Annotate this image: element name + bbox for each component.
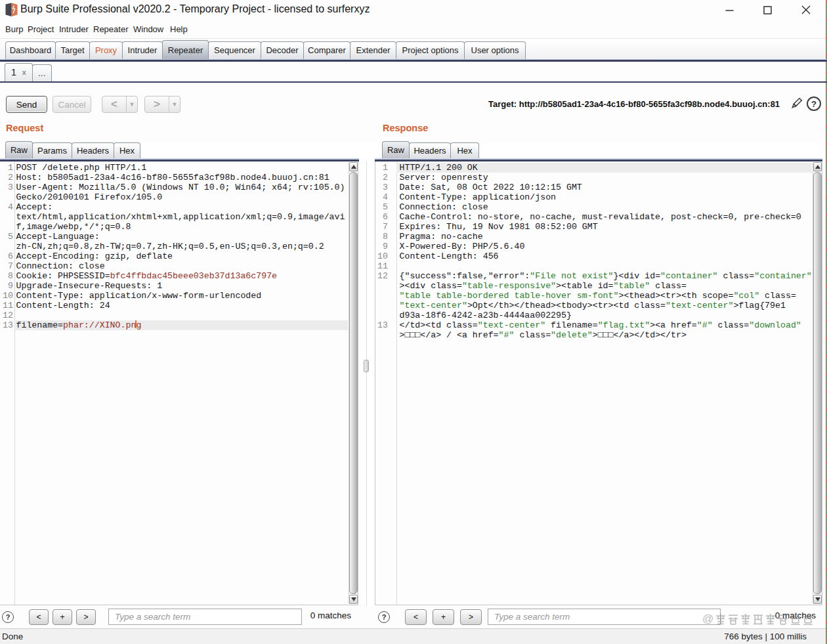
editor-line[interactable]: 4Accept: <box>0 202 348 212</box>
editor-line[interactable]: "text-center">Opt</th></thead><tbody><tr… <box>375 301 812 311</box>
tab-repeater[interactable]: Repeater <box>162 40 209 60</box>
menu-project[interactable]: Project <box>28 24 54 34</box>
response-search-prev-button[interactable]: < <box>405 609 427 625</box>
response-editor[interactable]: 1HTTP/1.1 200 OK2Server: openresty3Date:… <box>375 161 822 605</box>
editor-line[interactable]: 13filename=phar://XINO.png <box>0 320 348 330</box>
editor-line[interactable]: text/html,application/xhtml+xml,applicat… <box>0 212 348 222</box>
request-search-help-icon[interactable]: ? <box>2 611 14 623</box>
response-scroll-up-icon[interactable] <box>813 162 822 171</box>
editor-line[interactable]: 9Upgrade-Insecure-Requests: 1 <box>0 281 348 291</box>
close-tab-icon[interactable]: x <box>22 68 26 76</box>
previous-request-button[interactable]: < ▼ <box>102 96 138 113</box>
response-scrollbar[interactable] <box>813 162 822 604</box>
editor-line[interactable]: 13</td><td class="text-center" filename=… <box>375 320 812 330</box>
target-help-icon[interactable]: ? <box>807 97 821 111</box>
editor-line[interactable]: zh-CN,zh;q=0.8,zh-TW;q=0.7,zh-HK;q=0.5,e… <box>0 242 348 251</box>
editor-line[interactable]: 6Accept-Encoding: gzip, deflate <box>0 251 348 261</box>
editor-line[interactable]: 8Cookie: PHPSESSID=bfc4ffbdac45beee03eb3… <box>0 271 348 281</box>
editor-line[interactable]: 10Content-Length: 456 <box>375 251 812 261</box>
request-search-next-button[interactable]: > <box>76 609 96 625</box>
repeater-tab-1[interactable]: 1x <box>5 63 33 81</box>
request-tab-raw[interactable]: Raw <box>5 141 33 158</box>
editor-line[interactable]: 11Content-Length: 24 <box>0 301 348 311</box>
menu-intruder[interactable]: Intruder <box>59 24 89 34</box>
editor-line[interactable]: 11 <box>375 261 812 271</box>
minimize-button[interactable] <box>718 1 740 18</box>
menu-repeater[interactable]: Repeater <box>93 24 128 34</box>
response-tab-raw[interactable]: Raw <box>382 141 410 158</box>
tab-dashboard[interactable]: Dashboard <box>5 41 56 60</box>
line-text: filename=phar://XINO.png <box>16 320 142 330</box>
cancel-button[interactable]: Cancel <box>53 96 91 113</box>
back-arrow-icon[interactable]: < <box>102 97 126 112</box>
editor-line[interactable]: 7Connection: close <box>0 261 348 271</box>
editor-line[interactable]: 4Content-Type: application/json <box>375 192 812 202</box>
request-scrollbar[interactable] <box>349 162 358 604</box>
editor-line[interactable]: 2Server: openresty <box>375 173 812 182</box>
repeater-new-tab[interactable]: ... <box>32 64 52 81</box>
tab-intruder[interactable]: Intruder <box>122 41 163 60</box>
panel-splitter-grip[interactable] <box>364 360 369 372</box>
editor-line[interactable]: Gecko/20100101 Firefox/105.0 <box>0 192 348 202</box>
tab-project-options[interactable]: Project options <box>396 41 465 60</box>
editor-line[interactable]: d93a-18f6-4242-a23b-4444aa002295} <box>375 311 812 320</box>
response-search-add-button[interactable]: + <box>433 609 454 625</box>
editor-line[interactable]: 9X-Powered-By: PHP/5.6.40 <box>375 242 812 251</box>
editor-line[interactable]: >□□□</a> / <a href="#" class="delete">□□… <box>375 330 812 340</box>
request-tab-hex[interactable]: Hex <box>114 142 140 158</box>
maximize-button[interactable] <box>756 1 778 18</box>
response-tab-hex[interactable]: Hex <box>450 142 479 158</box>
response-search-input[interactable] <box>488 609 721 625</box>
tab-target[interactable]: Target <box>55 41 90 60</box>
status-bar: Done 766 bytes | 100 millis <box>0 628 827 644</box>
response-search-next-button[interactable]: > <box>460 609 482 625</box>
tab-decoder[interactable]: Decoder <box>261 41 304 60</box>
request-tab-headers[interactable]: Headers <box>72 142 114 158</box>
panel-splitter[interactable] <box>366 161 368 627</box>
editor-line[interactable]: 10Content-Type: application/x-www-form-u… <box>0 291 348 301</box>
tab-user-options[interactable]: User options <box>464 41 526 60</box>
request-search-input[interactable] <box>108 609 302 625</box>
request-scrollbar-thumb[interactable] <box>349 172 358 594</box>
editor-line[interactable]: 8Pragma: no-cache <box>375 232 812 242</box>
response-search-help-icon[interactable]: ? <box>378 611 390 623</box>
editor-line[interactable]: 6Cache-Control: no-store, no-cache, must… <box>375 212 812 222</box>
request-search-add-button[interactable]: + <box>53 609 72 625</box>
editor-line[interactable]: 12 <box>0 311 348 320</box>
back-dropdown-icon[interactable]: ▼ <box>126 97 137 112</box>
editor-line[interactable]: 1HTTP/1.1 200 OK <box>375 163 812 173</box>
menu-window[interactable]: Window <box>133 24 163 34</box>
send-button[interactable]: Send <box>6 96 47 113</box>
editor-line[interactable]: "table table-bordered table-hover sm-fon… <box>375 291 812 301</box>
editor-line[interactable]: 5Connection: close <box>375 202 812 212</box>
response-scroll-down-icon[interactable] <box>813 595 822 604</box>
forward-arrow-icon[interactable]: > <box>145 97 169 112</box>
editor-line[interactable]: 3User-Agent: Mozilla/5.0 (Windows NT 10.… <box>0 182 348 192</box>
request-scroll-down-icon[interactable] <box>349 595 358 604</box>
line-text: Content-Length: 24 <box>16 301 110 311</box>
editor-line[interactable]: ><div class="table-responsive"><table id… <box>375 281 812 291</box>
editor-line[interactable]: 5Accept-Language: <box>0 232 348 242</box>
edit-target-icon[interactable] <box>790 97 803 110</box>
editor-line[interactable]: 3Date: Sat, 08 Oct 2022 10:12:15 GMT <box>375 182 812 192</box>
menu-burp[interactable]: Burp <box>5 24 23 34</box>
menu-help[interactable]: Help <box>170 24 188 34</box>
editor-line[interactable]: 1POST /delete.php HTTP/1.1 <box>0 163 348 173</box>
response-scrollbar-thumb[interactable] <box>813 172 822 594</box>
editor-line[interactable]: 7Expires: Thu, 19 Nov 1981 08:52:00 GMT <box>375 222 812 232</box>
tab-extender[interactable]: Extender <box>350 41 396 60</box>
request-tab-params[interactable]: Params <box>32 142 72 158</box>
editor-line[interactable]: 2Host: b5805ad1-23a4-4c16-bf80-5655fa3cf… <box>0 173 348 182</box>
next-request-button[interactable]: > ▼ <box>144 96 180 113</box>
tab-proxy[interactable]: Proxy <box>89 41 123 60</box>
response-tab-headers[interactable]: Headers <box>409 142 451 158</box>
close-button[interactable] <box>795 1 817 18</box>
editor-line[interactable]: 12{"success":false,"error":"File not exi… <box>375 271 812 281</box>
editor-line[interactable]: f,image/webp,*/*;q=0.8 <box>0 222 348 232</box>
forward-dropdown-icon[interactable]: ▼ <box>169 97 180 112</box>
tab-comparer[interactable]: Comparer <box>303 41 350 60</box>
tab-sequencer[interactable]: Sequencer <box>208 41 261 60</box>
request-scroll-up-icon[interactable] <box>349 162 358 171</box>
request-search-prev-button[interactable]: < <box>29 609 49 625</box>
request-editor[interactable]: 1POST /delete.php HTTP/1.12Host: b5805ad… <box>0 161 358 605</box>
